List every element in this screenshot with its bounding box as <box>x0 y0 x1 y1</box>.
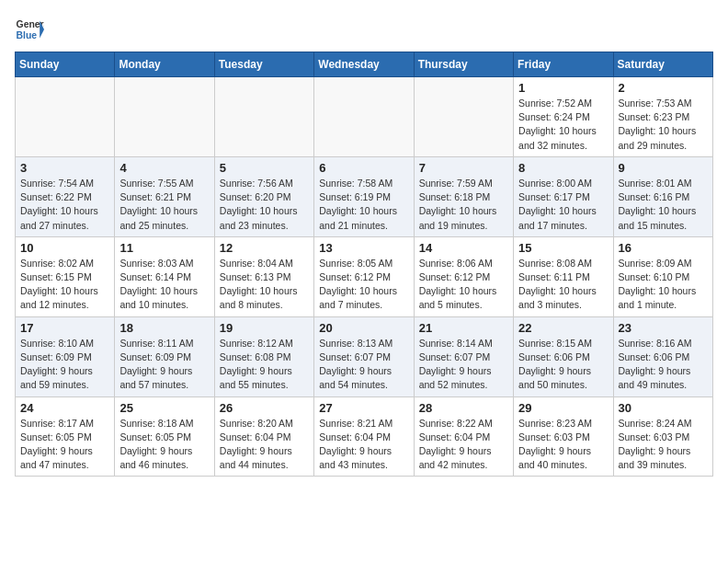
day-info: Sunrise: 8:11 AMSunset: 6:09 PMDaylight:… <box>119 337 209 393</box>
day-info: Sunrise: 7:52 AMSunset: 6:24 PMDaylight:… <box>518 97 608 153</box>
calendar-week-row: 1Sunrise: 7:52 AMSunset: 6:24 PMDaylight… <box>16 77 713 157</box>
day-info: Sunrise: 8:14 AMSunset: 6:07 PMDaylight:… <box>419 337 508 393</box>
day-info: Sunrise: 7:55 AMSunset: 6:21 PMDaylight:… <box>119 177 209 233</box>
day-number: 14 <box>419 241 508 255</box>
day-of-week-header: Monday <box>115 52 214 77</box>
calendar-cell: 21Sunrise: 8:14 AMSunset: 6:07 PMDayligh… <box>414 316 513 396</box>
day-number: 9 <box>619 161 708 175</box>
calendar-cell: 3Sunrise: 7:54 AMSunset: 6:22 PMDaylight… <box>16 156 115 236</box>
calendar-cell: 23Sunrise: 8:16 AMSunset: 6:06 PMDayligh… <box>613 316 712 396</box>
day-info: Sunrise: 7:58 AMSunset: 6:19 PMDaylight:… <box>319 177 408 233</box>
calendar-cell <box>16 77 115 157</box>
calendar-cell: 22Sunrise: 8:15 AMSunset: 6:06 PMDayligh… <box>514 316 613 396</box>
day-number: 29 <box>518 401 608 415</box>
calendar-cell: 1Sunrise: 7:52 AMSunset: 6:24 PMDaylight… <box>514 77 613 157</box>
calendar-cell <box>314 77 414 157</box>
day-number: 23 <box>619 321 708 335</box>
day-number: 26 <box>220 401 309 415</box>
day-info: Sunrise: 8:18 AMSunset: 6:05 PMDaylight:… <box>119 417 209 473</box>
day-of-week-header: Sunday <box>16 52 115 77</box>
day-info: Sunrise: 8:12 AMSunset: 6:08 PMDaylight:… <box>220 337 309 393</box>
svg-text:Blue: Blue <box>17 30 38 40</box>
day-of-week-header: Friday <box>514 52 613 77</box>
day-of-week-header: Thursday <box>414 52 513 77</box>
calendar-cell: 17Sunrise: 8:10 AMSunset: 6:09 PMDayligh… <box>16 316 115 396</box>
calendar-cell: 12Sunrise: 8:04 AMSunset: 6:13 PMDayligh… <box>214 236 313 316</box>
day-number: 1 <box>518 81 608 95</box>
page-header: General Blue <box>15 15 713 44</box>
day-number: 24 <box>20 401 109 415</box>
day-number: 5 <box>220 161 309 175</box>
day-info: Sunrise: 8:13 AMSunset: 6:07 PMDaylight:… <box>319 337 408 393</box>
day-info: Sunrise: 8:20 AMSunset: 6:04 PMDaylight:… <box>220 417 309 473</box>
calendar-cell: 13Sunrise: 8:05 AMSunset: 6:12 PMDayligh… <box>314 236 414 316</box>
calendar-cell: 11Sunrise: 8:03 AMSunset: 6:14 PMDayligh… <box>115 236 214 316</box>
day-info: Sunrise: 7:54 AMSunset: 6:22 PMDaylight:… <box>20 177 109 233</box>
day-info: Sunrise: 8:21 AMSunset: 6:04 PMDaylight:… <box>319 417 408 473</box>
calendar-cell: 7Sunrise: 7:59 AMSunset: 6:18 PMDaylight… <box>414 156 513 236</box>
calendar-week-row: 24Sunrise: 8:17 AMSunset: 6:05 PMDayligh… <box>16 396 713 477</box>
day-number: 10 <box>20 241 109 255</box>
calendar-header-row: SundayMondayTuesdayWednesdayThursdayFrid… <box>16 52 713 77</box>
day-info: Sunrise: 8:24 AMSunset: 6:03 PMDaylight:… <box>619 417 708 473</box>
day-number: 17 <box>20 321 109 335</box>
calendar-cell: 2Sunrise: 7:53 AMSunset: 6:23 PMDaylight… <box>613 77 712 157</box>
calendar-week-row: 17Sunrise: 8:10 AMSunset: 6:09 PMDayligh… <box>16 316 713 396</box>
day-number: 21 <box>419 321 508 335</box>
calendar-cell: 24Sunrise: 8:17 AMSunset: 6:05 PMDayligh… <box>16 396 115 477</box>
day-info: Sunrise: 7:59 AMSunset: 6:18 PMDaylight:… <box>419 177 508 233</box>
day-info: Sunrise: 8:17 AMSunset: 6:05 PMDaylight:… <box>20 417 109 473</box>
day-number: 15 <box>518 241 608 255</box>
day-info: Sunrise: 8:05 AMSunset: 6:12 PMDaylight:… <box>319 257 408 313</box>
day-number: 16 <box>619 241 708 255</box>
day-of-week-header: Wednesday <box>314 52 414 77</box>
calendar-cell <box>115 77 214 157</box>
day-info: Sunrise: 8:09 AMSunset: 6:10 PMDaylight:… <box>619 257 708 313</box>
day-number: 11 <box>119 241 209 255</box>
day-of-week-header: Tuesday <box>214 52 313 77</box>
day-info: Sunrise: 8:04 AMSunset: 6:13 PMDaylight:… <box>220 257 309 313</box>
day-number: 27 <box>319 401 408 415</box>
calendar-cell <box>414 77 513 157</box>
day-info: Sunrise: 8:22 AMSunset: 6:04 PMDaylight:… <box>419 417 508 473</box>
calendar-cell: 26Sunrise: 8:20 AMSunset: 6:04 PMDayligh… <box>214 396 313 477</box>
calendar-cell: 8Sunrise: 8:00 AMSunset: 6:17 PMDaylight… <box>514 156 613 236</box>
day-number: 12 <box>220 241 309 255</box>
day-info: Sunrise: 8:02 AMSunset: 6:15 PMDaylight:… <box>20 257 109 313</box>
calendar-cell: 25Sunrise: 8:18 AMSunset: 6:05 PMDayligh… <box>115 396 214 477</box>
day-number: 6 <box>319 161 408 175</box>
calendar-cell <box>214 77 313 157</box>
day-of-week-header: Saturday <box>613 52 712 77</box>
calendar-cell: 16Sunrise: 8:09 AMSunset: 6:10 PMDayligh… <box>613 236 712 316</box>
day-info: Sunrise: 8:08 AMSunset: 6:11 PMDaylight:… <box>518 257 608 313</box>
calendar-cell: 10Sunrise: 8:02 AMSunset: 6:15 PMDayligh… <box>16 236 115 316</box>
day-info: Sunrise: 8:01 AMSunset: 6:16 PMDaylight:… <box>619 177 708 233</box>
calendar-cell: 5Sunrise: 7:56 AMSunset: 6:20 PMDaylight… <box>214 156 313 236</box>
day-info: Sunrise: 8:10 AMSunset: 6:09 PMDaylight:… <box>20 337 109 393</box>
calendar-cell: 14Sunrise: 8:06 AMSunset: 6:12 PMDayligh… <box>414 236 513 316</box>
day-number: 18 <box>119 321 209 335</box>
calendar-week-row: 3Sunrise: 7:54 AMSunset: 6:22 PMDaylight… <box>16 156 713 236</box>
day-number: 20 <box>319 321 408 335</box>
calendar-cell: 20Sunrise: 8:13 AMSunset: 6:07 PMDayligh… <box>314 316 414 396</box>
day-number: 2 <box>619 81 708 95</box>
day-info: Sunrise: 8:00 AMSunset: 6:17 PMDaylight:… <box>518 177 608 233</box>
day-info: Sunrise: 8:03 AMSunset: 6:14 PMDaylight:… <box>119 257 209 313</box>
day-number: 4 <box>119 161 209 175</box>
calendar-cell: 18Sunrise: 8:11 AMSunset: 6:09 PMDayligh… <box>115 316 214 396</box>
day-info: Sunrise: 8:15 AMSunset: 6:06 PMDaylight:… <box>518 337 608 393</box>
day-number: 22 <box>518 321 608 335</box>
calendar-cell: 6Sunrise: 7:58 AMSunset: 6:19 PMDaylight… <box>314 156 414 236</box>
calendar-cell: 15Sunrise: 8:08 AMSunset: 6:11 PMDayligh… <box>514 236 613 316</box>
logo: General Blue <box>15 15 44 44</box>
day-number: 19 <box>220 321 309 335</box>
day-info: Sunrise: 8:23 AMSunset: 6:03 PMDaylight:… <box>518 417 608 473</box>
calendar-cell: 9Sunrise: 8:01 AMSunset: 6:16 PMDaylight… <box>613 156 712 236</box>
day-number: 13 <box>319 241 408 255</box>
day-info: Sunrise: 8:06 AMSunset: 6:12 PMDaylight:… <box>419 257 508 313</box>
day-number: 30 <box>619 401 708 415</box>
day-number: 8 <box>518 161 608 175</box>
calendar-table: SundayMondayTuesdayWednesdayThursdayFrid… <box>15 52 713 477</box>
day-info: Sunrise: 7:53 AMSunset: 6:23 PMDaylight:… <box>619 97 708 153</box>
calendar-cell: 27Sunrise: 8:21 AMSunset: 6:04 PMDayligh… <box>314 396 414 477</box>
